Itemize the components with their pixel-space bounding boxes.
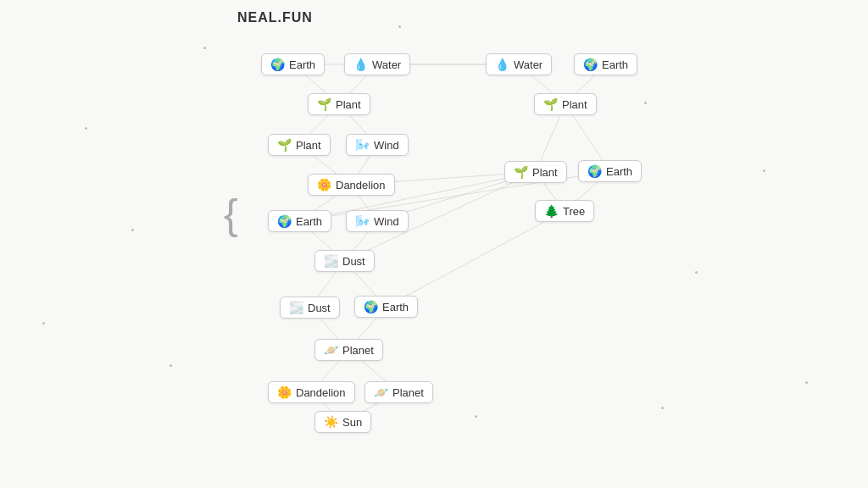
node-icon-earth5: 🌍 bbox=[587, 164, 602, 178]
node-icon-wind1: 🌬️ bbox=[355, 138, 370, 152]
dot-2 bbox=[170, 364, 172, 367]
node-icon-tree1: 🌲 bbox=[544, 204, 559, 218]
node-planet2[interactable]: 🪐Planet bbox=[364, 381, 433, 403]
node-icon-planet1: 🪐 bbox=[324, 343, 338, 357]
node-label-plant3: Plant bbox=[562, 98, 587, 111]
dot-1 bbox=[131, 229, 134, 231]
node-icon-dandelion1: 🌼 bbox=[317, 178, 331, 191]
node-sun1[interactable]: ☀️Sun bbox=[314, 411, 371, 433]
node-icon-wind2: 🌬️ bbox=[355, 214, 370, 228]
node-earth4[interactable]: 🌍Earth bbox=[574, 53, 637, 75]
dot-7 bbox=[805, 381, 808, 384]
node-label-dust2: Dust bbox=[308, 302, 331, 314]
node-icon-dandelion2: 🌼 bbox=[277, 385, 292, 399]
dot-0 bbox=[203, 47, 206, 49]
node-label-water2: Water bbox=[514, 58, 542, 71]
node-label-earth1: Earth bbox=[289, 58, 315, 71]
node-icon-earth1: 🌍 bbox=[270, 58, 285, 71]
node-label-earth5: Earth bbox=[606, 165, 632, 178]
node-icon-plant1: 🌱 bbox=[317, 97, 331, 111]
node-label-water1: Water bbox=[372, 58, 401, 71]
node-label-wind2: Wind bbox=[374, 215, 399, 228]
node-plant4[interactable]: 🌱Plant bbox=[504, 161, 567, 183]
node-icon-earth3: 🌍 bbox=[364, 300, 378, 313]
node-label-earth2: Earth bbox=[296, 215, 322, 228]
node-icon-dust2: 🌫️ bbox=[289, 301, 303, 314]
node-label-plant1: Plant bbox=[336, 98, 361, 111]
dot-3 bbox=[42, 322, 45, 324]
node-icon-water1: 💧 bbox=[353, 58, 368, 71]
bracket-decoration: { bbox=[224, 193, 238, 236]
node-dandelion1[interactable]: 🌼Dandelion bbox=[308, 174, 395, 196]
graph-container: NEAL.FUN { 🌍Earth💧Water🌱Plant🌱Plant🌬️Win… bbox=[0, 0, 868, 488]
node-icon-water2: 💧 bbox=[495, 58, 509, 71]
node-water1[interactable]: 💧Water bbox=[344, 53, 410, 75]
node-icon-plant4: 🌱 bbox=[514, 165, 528, 179]
dot-10 bbox=[398, 25, 401, 28]
node-tree1[interactable]: 🌲Tree bbox=[535, 200, 594, 222]
dot-9 bbox=[475, 415, 477, 418]
dot-5 bbox=[695, 271, 698, 274]
node-wind1[interactable]: 🌬️Wind bbox=[346, 134, 409, 156]
node-label-planet2: Planet bbox=[392, 386, 424, 399]
node-icon-dust1: 🌫️ bbox=[324, 254, 338, 268]
node-dust2[interactable]: 🌫️Dust bbox=[280, 297, 340, 319]
site-title[interactable]: NEAL.FUN bbox=[237, 10, 313, 25]
node-label-planet1: Planet bbox=[342, 344, 374, 357]
svg-line-31 bbox=[387, 211, 565, 307]
node-label-dust1: Dust bbox=[342, 255, 365, 268]
dot-11 bbox=[661, 407, 664, 409]
dot-4 bbox=[644, 102, 647, 104]
node-planet1[interactable]: 🪐Planet bbox=[314, 339, 383, 361]
node-icon-earth4: 🌍 bbox=[583, 58, 598, 71]
node-label-wind1: Wind bbox=[374, 139, 399, 152]
node-plant3[interactable]: 🌱Plant bbox=[534, 93, 597, 115]
node-icon-earth2: 🌍 bbox=[277, 214, 292, 228]
node-label-tree1: Tree bbox=[563, 205, 585, 218]
node-water2[interactable]: 💧Water bbox=[486, 53, 552, 75]
node-label-earth4: Earth bbox=[602, 58, 628, 71]
dot-6 bbox=[763, 169, 765, 172]
dot-8 bbox=[85, 127, 87, 130]
node-plant2[interactable]: 🌱Plant bbox=[268, 134, 331, 156]
node-dust1[interactable]: 🌫️Dust bbox=[314, 250, 375, 272]
node-icon-plant3: 🌱 bbox=[543, 97, 558, 111]
node-label-earth3: Earth bbox=[382, 301, 409, 313]
node-icon-plant2: 🌱 bbox=[277, 138, 292, 152]
node-dandelion2[interactable]: 🌼Dandelion bbox=[268, 381, 355, 403]
node-icon-planet2: 🪐 bbox=[374, 385, 388, 399]
node-plant1[interactable]: 🌱Plant bbox=[308, 93, 370, 115]
node-icon-sun1: ☀️ bbox=[324, 415, 338, 429]
node-earth1[interactable]: 🌍Earth bbox=[261, 53, 325, 75]
node-label-sun1: Sun bbox=[342, 416, 362, 429]
node-wind2[interactable]: 🌬️Wind bbox=[346, 210, 409, 232]
node-earth5[interactable]: 🌍Earth bbox=[578, 160, 642, 182]
node-label-dandelion1: Dandelion bbox=[336, 179, 386, 191]
node-earth2[interactable]: 🌍Earth bbox=[268, 210, 331, 232]
node-earth3[interactable]: 🌍Earth bbox=[354, 296, 418, 318]
node-label-dandelion2: Dandelion bbox=[296, 386, 346, 399]
node-label-plant4: Plant bbox=[532, 166, 558, 179]
node-label-plant2: Plant bbox=[296, 139, 321, 152]
connections-svg bbox=[0, 0, 868, 488]
